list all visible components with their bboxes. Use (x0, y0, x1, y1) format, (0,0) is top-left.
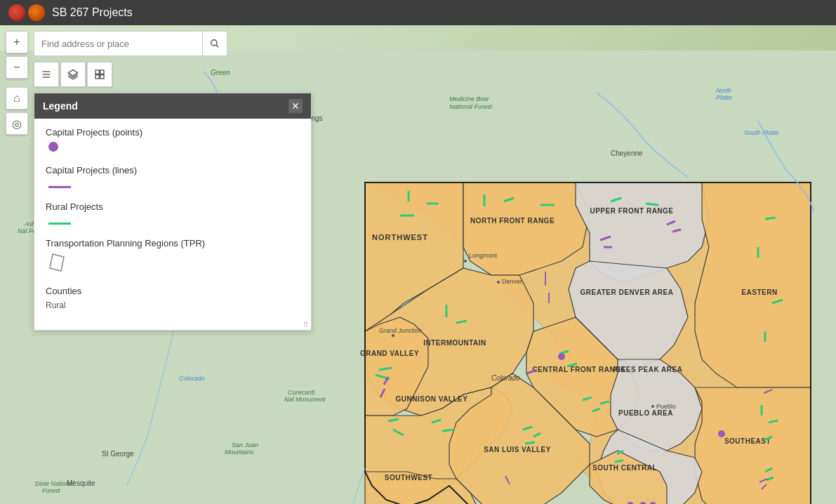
legend-section-tpr: Transportation Planning Regions (TPR) (46, 238, 300, 274)
app-header: SB 267 Projects (0, 0, 836, 25)
legend-panel: Legend ✕ Capital Projects (points) Capit… (34, 93, 312, 331)
svg-rect-125 (95, 75, 99, 79)
zoom-out-button[interactable]: − (6, 56, 28, 79)
svg-line-118 (216, 45, 219, 48)
legend-rural-projects-label: Rural Projects (46, 201, 300, 212)
logo-group (8, 4, 45, 21)
legend-body: Capital Projects (points) Capital Projec… (34, 119, 311, 330)
search-input[interactable] (34, 31, 202, 56)
legend-section-rural-projects: Rural Projects (46, 201, 300, 227)
home-button[interactable]: ⌂ (6, 87, 28, 110)
legend-rural-projects-symbol (48, 216, 300, 227)
legend-section-capital-lines: Capital Projects (lines) (46, 165, 300, 190)
legend-counties-sublabel: Rural (46, 300, 300, 310)
svg-rect-126 (100, 75, 104, 79)
svg-rect-123 (95, 70, 99, 74)
legend-capital-lines-symbol (48, 180, 300, 190)
grid-view-button[interactable] (87, 62, 112, 87)
legend-capital-lines-label: Capital Projects (lines) (46, 165, 300, 175)
locate-button[interactable]: ◎ (6, 112, 28, 135)
svg-rect-124 (100, 70, 104, 74)
search-bar (34, 31, 227, 56)
zoom-toolbar: + − ⌂ ◎ (6, 31, 28, 135)
layer-controls (34, 62, 112, 87)
legend-close-button[interactable]: ✕ (288, 99, 303, 113)
legend-title: Legend (43, 100, 78, 112)
svg-point-117 (211, 40, 217, 46)
zoom-in-button[interactable]: + (6, 31, 28, 53)
legend-counties-label: Counties (46, 286, 300, 296)
layers-button[interactable] (60, 62, 86, 87)
legend-capital-points-symbol (48, 142, 300, 154)
svg-marker-127 (50, 254, 64, 271)
legend-capital-points-label: Capital Projects (points) (46, 127, 300, 138)
app-title: SB 267 Projects (52, 6, 133, 19)
list-view-button[interactable] (34, 62, 59, 87)
legend-header: Legend ✕ (34, 93, 311, 119)
legend-tpr-symbol (48, 253, 300, 274)
legend-section-capital-points: Capital Projects (points) (46, 127, 300, 154)
logo-icon-2 (28, 4, 45, 21)
legend-tpr-label: Transportation Planning Regions (TPR) (46, 238, 300, 248)
logo-icon-1 (8, 4, 25, 21)
legend-section-counties: Counties Rural (46, 286, 300, 310)
map-container[interactable]: Logan Rock Springs Cheyenne St George Me… (0, 25, 836, 504)
legend-resize-handle[interactable]: ⠿ (303, 321, 308, 329)
search-button[interactable] (202, 31, 227, 56)
